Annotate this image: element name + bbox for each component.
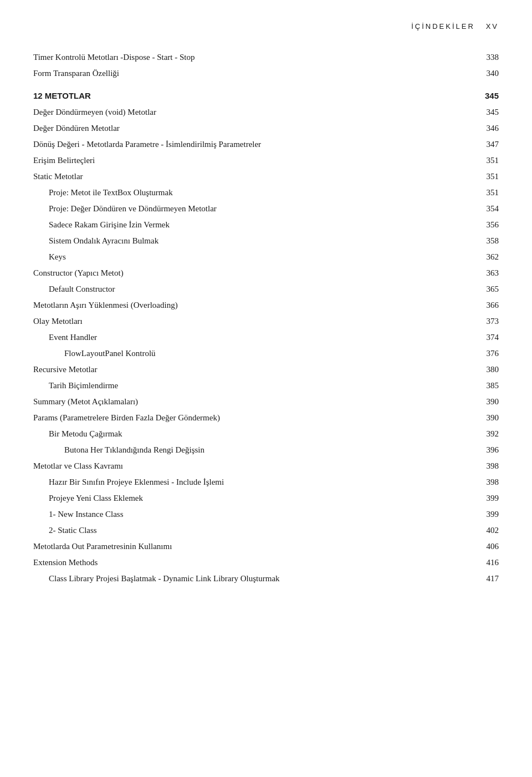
entry-text-e1: Timer Kontrolü Metotları -Dispose - Star…	[33, 50, 477, 64]
toc-entry-e30: 2- Static Class402	[33, 524, 499, 537]
entry-text-e4: Değer Döndürmeyen (void) Metotlar	[33, 105, 477, 119]
entry-page-e27: 398	[477, 475, 499, 489]
toc-entry-e27: Hazır Bir Sınıfın Projeye Eklenmesi - In…	[33, 475, 499, 489]
entry-text-e3: 12 METOTLAR	[33, 89, 477, 103]
toc-entry-e32: Extension Methods416	[33, 556, 499, 569]
entry-page-e32: 416	[477, 556, 499, 569]
entry-page-e21: 385	[477, 379, 499, 392]
entry-page-e23: 390	[477, 411, 499, 424]
entry-page-e22: 390	[477, 395, 499, 408]
entry-text-e33: Class Library Projesi Başlatmak - Dynami…	[49, 572, 477, 585]
toc-entry-e7: Erişim Belirteçleri351	[33, 154, 499, 167]
entry-page-e31: 406	[477, 540, 499, 553]
entry-text-e27: Hazır Bir Sınıfın Projeye Eklenmesi - In…	[49, 475, 477, 489]
toc-entry-e2: Form Transparan Özelliği340	[33, 67, 499, 80]
toc-entry-e19: FlowLayoutPanel Kontrolü376	[33, 347, 499, 360]
toc-entry-e21: Tarih Biçimlendirme385	[33, 379, 499, 392]
entry-page-e18: 374	[477, 331, 499, 344]
toc-entry-e10: Proje: Değer Döndüren ve Döndürmeyen Met…	[33, 202, 499, 215]
entry-page-e16: 366	[477, 298, 499, 312]
entry-page-e19: 376	[477, 347, 499, 360]
entry-page-e1: 338	[477, 50, 499, 64]
entry-page-e8: 351	[477, 170, 499, 183]
toc-entry-e29: 1- New Instance Class399	[33, 507, 499, 521]
toc-entry-e33: Class Library Projesi Başlatmak - Dynami…	[33, 572, 499, 585]
entry-page-e26: 398	[477, 459, 499, 473]
toc-entry-e23: Params (Parametrelere Birden Fazla Değer…	[33, 411, 499, 424]
toc-entry-e26: Metotlar ve Class Kavramı398	[33, 459, 499, 473]
toc-entry-e22: Summary (Metot Açıklamaları)390	[33, 395, 499, 408]
entry-text-e19: FlowLayoutPanel Kontrolü	[64, 347, 477, 360]
entry-text-e5: Değer Döndüren Metotlar	[33, 121, 477, 135]
header-text: İÇİNDEKİLER XV	[411, 22, 499, 31]
toc-entry-e25: Butona Her Tıklandığında Rengi Değişsin3…	[33, 443, 499, 456]
entry-text-e21: Tarih Biçimlendirme	[49, 379, 477, 392]
toc-entry-e1: Timer Kontrolü Metotları -Dispose - Star…	[33, 50, 499, 64]
toc-entry-e12: Sistem Ondalık Ayracını Bulmak358	[33, 234, 499, 247]
toc-entry-e14: Constructor (Yapıcı Metot)363	[33, 266, 499, 280]
entry-text-e13: Keys	[49, 250, 477, 263]
entry-page-e6: 347	[477, 138, 499, 151]
toc-entry-e18: Event Handler374	[33, 331, 499, 344]
toc-entry-e15: Default Constructor365	[33, 282, 499, 296]
entry-page-e28: 399	[477, 491, 499, 505]
entry-page-e9: 351	[477, 186, 499, 199]
toc-container: Timer Kontrolü Metotları -Dispose - Star…	[33, 50, 499, 585]
entry-text-e30: 2- Static Class	[49, 524, 477, 537]
entry-text-e25: Butona Her Tıklandığında Rengi Değişsin	[64, 443, 477, 456]
entry-text-e29: 1- New Instance Class	[49, 507, 477, 521]
entry-page-e33: 417	[477, 572, 499, 585]
entry-page-e15: 365	[477, 282, 499, 296]
entry-text-e10: Proje: Değer Döndüren ve Döndürmeyen Met…	[49, 202, 477, 215]
entry-page-e13: 362	[477, 250, 499, 263]
toc-entry-e3: 12 METOTLAR345	[33, 89, 499, 103]
entry-text-e2: Form Transparan Özelliği	[33, 67, 477, 80]
toc-entry-e11: Sadece Rakam Girişine İzin Vermek356	[33, 218, 499, 231]
entry-text-e18: Event Handler	[49, 331, 477, 344]
entry-page-e12: 358	[477, 234, 499, 247]
entry-text-e11: Sadece Rakam Girişine İzin Vermek	[49, 218, 477, 231]
entry-page-e14: 363	[477, 266, 499, 280]
entry-page-e7: 351	[477, 154, 499, 167]
entry-page-e3: 345	[477, 89, 499, 103]
entry-text-e7: Erişim Belirteçleri	[33, 154, 477, 167]
entry-text-e23: Params (Parametrelere Birden Fazla Değer…	[33, 411, 477, 424]
toc-entry-e8: Static Metotlar351	[33, 170, 499, 183]
toc-entry-e20: Recursive Metotlar380	[33, 363, 499, 376]
toc-entry-e6: Dönüş Değeri - Metotlarda Parametre - İs…	[33, 138, 499, 151]
entry-text-e26: Metotlar ve Class Kavramı	[33, 459, 477, 473]
entry-text-e31: Metotlarda Out Parametresinin Kullanımı	[33, 540, 477, 553]
entry-text-e12: Sistem Ondalık Ayracını Bulmak	[49, 234, 477, 247]
entry-text-e16: Metotların Aşırı Yüklenmesi (Overloading…	[33, 298, 477, 312]
toc-entry-e24: Bir Metodu Çağırmak392	[33, 427, 499, 440]
entry-text-e32: Extension Methods	[33, 556, 477, 569]
entry-page-e2: 340	[477, 67, 499, 80]
entry-page-e11: 356	[477, 218, 499, 231]
entry-text-e9: Proje: Metot ile TextBox Oluşturmak	[49, 186, 477, 199]
entry-page-e25: 396	[477, 443, 499, 456]
entry-page-e20: 380	[477, 363, 499, 376]
toc-entry-e17: Olay Metotları373	[33, 314, 499, 328]
toc-entry-e5: Değer Döndüren Metotlar346	[33, 121, 499, 135]
toc-entry-e4: Değer Döndürmeyen (void) Metotlar345	[33, 105, 499, 119]
toc-entry-e9: Proje: Metot ile TextBox Oluşturmak351	[33, 186, 499, 199]
entry-text-e8: Static Metotlar	[33, 170, 477, 183]
page-header: İÇİNDEKİLER XV	[33, 22, 499, 31]
entry-text-e17: Olay Metotları	[33, 314, 477, 328]
entry-text-e15: Default Constructor	[49, 282, 477, 296]
entry-text-e28: Projeye Yeni Class Eklemek	[49, 491, 477, 505]
entry-text-e14: Constructor (Yapıcı Metot)	[33, 266, 477, 280]
entry-page-e29: 399	[477, 507, 499, 521]
spacer-e3	[33, 83, 499, 89]
entry-page-e5: 346	[477, 121, 499, 135]
entry-page-e10: 354	[477, 202, 499, 215]
entry-page-e17: 373	[477, 314, 499, 328]
toc-entry-e13: Keys362	[33, 250, 499, 263]
entry-page-e4: 345	[477, 105, 499, 119]
toc-entry-e31: Metotlarda Out Parametresinin Kullanımı4…	[33, 540, 499, 553]
entry-page-e30: 402	[477, 524, 499, 537]
entry-text-e6: Dönüş Değeri - Metotlarda Parametre - İs…	[33, 138, 477, 151]
toc-entry-e16: Metotların Aşırı Yüklenmesi (Overloading…	[33, 298, 499, 312]
entry-text-e20: Recursive Metotlar	[33, 363, 477, 376]
entry-page-e24: 392	[477, 427, 499, 440]
